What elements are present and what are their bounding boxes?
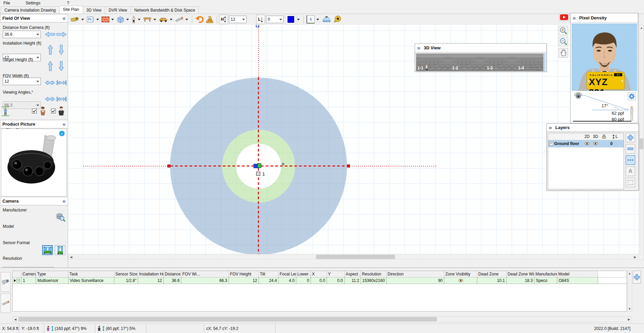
info-icon[interactable]: i (59, 131, 65, 136)
canvas-scroll-thumb[interactable] (316, 255, 395, 259)
table-column-header[interactable]: Installation He... (138, 271, 164, 277)
tab-site-plan[interactable]: Site Plan (59, 6, 83, 14)
table-column-header[interactable]: Resolution (361, 271, 386, 277)
table-cell[interactable]: 15360x2160 (361, 278, 386, 284)
stamp-button[interactable] (204, 15, 215, 24)
video-tutorial-button[interactable] (559, 13, 569, 21)
layer-level-button[interactable]: L (256, 15, 265, 24)
table-column-header[interactable]: Camera ID (21, 271, 36, 277)
fov-left-handle[interactable] (167, 164, 170, 168)
table-cell[interactable]: 18.3 (507, 278, 534, 284)
raise-target-height-arrow[interactable] (48, 61, 53, 71)
measure-tape-button[interactable] (332, 15, 343, 24)
table-cell[interactable]: 36.6 (164, 278, 181, 284)
add-person-button[interactable] (131, 15, 137, 24)
add-plan-button[interactable] (86, 15, 95, 24)
table-cell[interactable]: Multisensor (36, 278, 68, 284)
height-value-combo[interactable]: 12 (229, 16, 247, 23)
table-column-header[interactable]: Focal Len... (279, 271, 296, 277)
table-cell[interactable]: 1/2.8" (114, 278, 138, 284)
portrait-orientation-button[interactable] (55, 245, 65, 255)
expand-panel-icon[interactable]: » (417, 45, 420, 51)
person-dropdown-arrow[interactable] (138, 19, 141, 20)
target-marker[interactable] (282, 163, 284, 165)
table-cell[interactable] (444, 278, 477, 284)
zoom-out-button[interactable] (559, 37, 568, 46)
fov-right-handle[interactable] (347, 164, 350, 168)
scroll-left-arrow[interactable]: ◀ (13, 317, 18, 322)
projection-button[interactable] (321, 15, 332, 24)
table-column-header[interactable]: Type (36, 271, 68, 277)
scroll-left-arrow[interactable]: ◀ (68, 254, 74, 259)
table-cell[interactable]: 90 (386, 278, 444, 284)
furniture-dropdown-arrow[interactable] (153, 19, 156, 20)
database-search-button[interactable] (55, 212, 66, 222)
target-height-combo[interactable]: 12 (3, 78, 41, 85)
table-column-header[interactable]: X (311, 271, 327, 277)
layer-properties-button[interactable] (626, 155, 635, 165)
tab-3d-view[interactable]: 3D View (83, 6, 105, 14)
layer-3d-visibility-toggle[interactable] (591, 142, 600, 145)
vehicle-dropdown-arrow[interactable] (170, 19, 172, 20)
canvas-horizontal-scrollbar[interactable]: ◀ ▶ (68, 254, 638, 260)
cable-list-tool-button[interactable] (1, 293, 11, 313)
table-horizontal-scrollbar[interactable]: ◀ ▶ (12, 316, 632, 322)
distance-combo[interactable]: 36.6 (3, 31, 41, 38)
table-column-header[interactable]: Task (68, 271, 114, 277)
angle-fit-arrow[interactable] (56, 96, 67, 102)
scroll-right-arrow[interactable]: ▶ (632, 254, 638, 259)
table-column-header[interactable]: Zone Visibility (444, 271, 477, 277)
color-dropdown-arrow[interactable] (297, 19, 300, 20)
table-cell[interactable]: 0.0 (327, 278, 345, 284)
table-cell[interactable]: 0 (296, 278, 311, 284)
table-cell[interactable]: 0.0 (311, 278, 327, 284)
add-box-button[interactable] (116, 15, 125, 24)
landscape-orientation-button[interactable] (42, 245, 53, 255)
table-scroll-thumb[interactable] (18, 317, 437, 321)
remove-layer-button[interactable] (626, 144, 635, 154)
lower-install-height-arrow[interactable] (59, 45, 64, 55)
table-column-header[interactable]: Dead Zone (477, 271, 507, 277)
collapse-panel-icon[interactable]: « (63, 15, 66, 21)
cable-dropdown-arrow[interactable] (185, 19, 188, 20)
fov-width-expand-arrow[interactable] (45, 80, 55, 85)
tab-dvr-view[interactable]: DVR View (105, 6, 131, 14)
table-cell[interactable]: 12 (138, 278, 164, 284)
table-column-header[interactable]: Tilt (259, 271, 279, 277)
table-cell[interactable]: 10.1 (477, 278, 507, 284)
layer-row-ground-floor[interactable]: + Ground floor 0 (548, 140, 624, 147)
wall-dropdown-arrow[interactable] (111, 19, 114, 20)
3d-view-scroll-strip[interactable] (543, 53, 545, 71)
camera-list-tool-button[interactable] (1, 272, 11, 292)
expand-panel-icon[interactable]: » (573, 15, 576, 21)
undo-button[interactable] (194, 15, 204, 24)
scroll-up-arrow[interactable]: ▲ (639, 25, 644, 30)
table-column-header[interactable]: Y (327, 271, 345, 277)
collapse-panel-icon[interactable]: « (63, 198, 66, 204)
table-column-header[interactable]: Model (557, 271, 598, 277)
layer-text-button[interactable]: A (626, 166, 635, 176)
scroll-up-arrow[interactable]: ▲ (627, 271, 632, 276)
3d-view-preview[interactable]: 1-1 1-2 1-3 1-4 (416, 53, 544, 71)
raise-install-height-arrow[interactable] (48, 45, 53, 55)
table-cell[interactable]: O84S (557, 278, 598, 284)
table-column-header[interactable]: FOV Wi... (181, 271, 229, 277)
show-man-checkbox[interactable] (51, 109, 56, 113)
grid-dropdown-arrow[interactable] (316, 19, 319, 20)
plan-dropdown-arrow[interactable] (96, 19, 99, 20)
table-cell[interactable]: Video Surveillance (68, 278, 114, 284)
camera-label-anchor[interactable] (256, 172, 260, 176)
scroll-down-arrow[interactable]: ▼ (627, 306, 632, 311)
table-column-header[interactable]: Direction (386, 271, 444, 277)
show-woman-checkbox[interactable] (32, 109, 37, 113)
table-column-header[interactable]: Sensor Size (114, 271, 138, 277)
table-column-header[interactable]: Manufacturer (534, 271, 557, 277)
add-layer-button[interactable] (626, 133, 635, 142)
table-column-header[interactable]: FOV Height (229, 271, 259, 277)
table-cell[interactable]: 11:2 (345, 278, 361, 284)
table-cell[interactable]: 66.3 (181, 278, 229, 284)
expand-panel-icon[interactable]: » (549, 125, 552, 130)
layer-selection-button[interactable] (626, 178, 635, 187)
table-cell[interactable]: Speco (534, 278, 557, 284)
table-cell[interactable]: 12 (229, 278, 259, 284)
